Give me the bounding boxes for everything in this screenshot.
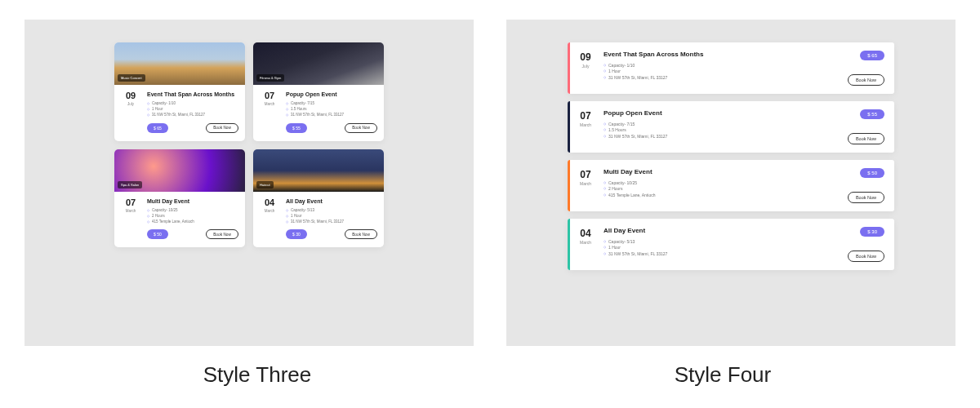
event-meta: ◇Capacity- 1/10 ◇1 Hour ◇31 NW 57th St, … bbox=[604, 63, 847, 82]
style-three-panel: Music Concert 09 July Event That Span Ac… bbox=[24, 20, 474, 346]
price-badge: $ 50 bbox=[860, 168, 884, 178]
event-card[interactable]: Music Concert 09 July Event That Span Ac… bbox=[114, 42, 245, 141]
category-tag: Spa & Salon bbox=[118, 181, 142, 188]
event-title: Event That Span Across Months bbox=[147, 91, 238, 98]
pin-icon: ◇ bbox=[604, 251, 606, 258]
book-now-button[interactable]: Book Now bbox=[206, 229, 238, 239]
date-month: March bbox=[580, 240, 591, 245]
date-day: 07 bbox=[260, 91, 279, 100]
category-tag: Music Concert bbox=[118, 74, 145, 82]
event-row[interactable]: 04 March All Day Event ◇Capacity- 5/13 ◇… bbox=[568, 219, 894, 270]
user-icon: ◇ bbox=[604, 63, 606, 69]
date-month: March bbox=[121, 209, 140, 213]
user-icon: ◇ bbox=[604, 239, 606, 246]
row-right: $ 30 Book Now bbox=[847, 227, 884, 262]
event-card[interactable]: Spa & Salon 07 March Multi Day Event ◇Ca… bbox=[114, 149, 245, 248]
date-month: March bbox=[580, 181, 591, 186]
pin-icon: ◇ bbox=[604, 134, 606, 140]
event-title: Multi Day Event bbox=[604, 168, 847, 176]
clock-icon: ◇ bbox=[604, 69, 606, 75]
date-day: 07 bbox=[121, 198, 140, 207]
row-info: All Day Event ◇Capacity- 5/13 ◇1 Hour ◇3… bbox=[604, 227, 847, 262]
event-card[interactable]: Fitness & Gym 07 March Popup Open Event … bbox=[253, 42, 384, 141]
event-meta: ◇Capacity- 5/13 ◇1 Hour ◇31 NW 57th St, … bbox=[286, 208, 377, 224]
event-meta: ◇Capacity- 7/15 ◇1.5 Hours ◇31 NW 57th S… bbox=[604, 122, 847, 140]
card-body: 04 March All Day Event ◇Capacity- 5/13 ◇… bbox=[253, 192, 384, 248]
date-block: 07 March bbox=[568, 168, 604, 203]
book-now-button[interactable]: Book Now bbox=[848, 133, 884, 144]
event-meta: ◇Capacity- 10/25 ◇2 Hours ◇415 Temple La… bbox=[147, 208, 238, 224]
date-day: 09 bbox=[121, 91, 140, 100]
page: Music Concert 09 July Event That Span Ac… bbox=[0, 0, 980, 354]
event-meta: ◇Capacity- 7/15 ◇1.5 Hours ◇31 NW 57th S… bbox=[286, 101, 377, 118]
price-badge: $ 65 bbox=[147, 123, 168, 133]
pin-icon: ◇ bbox=[604, 193, 606, 199]
clock-icon: ◇ bbox=[604, 186, 606, 193]
date-day: 07 bbox=[580, 111, 590, 121]
card-body: 09 July Event That Span Across Months ◇C… bbox=[114, 85, 245, 141]
book-now-button[interactable]: Book Now bbox=[848, 74, 884, 86]
pin-icon: ◇ bbox=[604, 75, 606, 82]
row-right: $ 65 Book Now bbox=[847, 51, 884, 86]
card-body: 07 March Popup Open Event ◇Capacity- 7/1… bbox=[253, 85, 384, 141]
card-info: Event That Span Across Months ◇Capacity-… bbox=[147, 91, 238, 133]
event-title: Popup Open Event bbox=[286, 91, 377, 98]
event-meta: ◇Capacity- 5/13 ◇1 Hour ◇31 NW 57th St, … bbox=[604, 239, 847, 258]
book-now-button[interactable]: Book Now bbox=[345, 229, 377, 239]
event-list: 09 July Event That Span Across Months ◇C… bbox=[568, 42, 894, 270]
category-tag: Haircut bbox=[256, 181, 274, 188]
user-icon: ◇ bbox=[604, 180, 606, 187]
date-day: 09 bbox=[580, 52, 590, 62]
event-title: Event That Span Across Months bbox=[604, 51, 847, 59]
user-icon: ◇ bbox=[147, 101, 149, 107]
event-meta: ◇Capacity- 1/10 ◇1 Hour ◇31 NW 57th St, … bbox=[147, 101, 238, 118]
user-icon: ◇ bbox=[286, 101, 288, 107]
pin-icon: ◇ bbox=[147, 220, 149, 225]
event-title: Multi Day Event bbox=[147, 198, 238, 205]
card-info: All Day Event ◇Capacity- 5/13 ◇1 Hour ◇3… bbox=[286, 198, 377, 240]
style-labels: Style Three Style Four bbox=[0, 354, 980, 388]
date-block: 07 March bbox=[121, 198, 140, 240]
date-month: July bbox=[582, 64, 590, 69]
card-image: Spa & Salon bbox=[114, 149, 245, 192]
clock-icon: ◇ bbox=[286, 107, 288, 113]
card-grid: Music Concert 09 July Event That Span Ac… bbox=[114, 42, 384, 247]
row-info: Multi Day Event ◇Capacity- 10/25 ◇2 Hour… bbox=[604, 168, 847, 203]
row-right: $ 50 Book Now bbox=[847, 168, 884, 203]
book-now-button[interactable]: Book Now bbox=[345, 123, 377, 133]
event-row[interactable]: 07 March Popup Open Event ◇Capacity- 7/1… bbox=[568, 101, 894, 153]
card-body: 07 March Multi Day Event ◇Capacity- 10/2… bbox=[114, 192, 245, 248]
label-style-four: Style Four bbox=[490, 362, 956, 388]
card-footer: $ 30 Book Now bbox=[286, 229, 377, 239]
price-badge: $ 50 bbox=[147, 229, 168, 239]
book-now-button[interactable]: Book Now bbox=[848, 192, 884, 203]
pin-icon: ◇ bbox=[286, 113, 288, 118]
event-row[interactable]: 09 July Event That Span Across Months ◇C… bbox=[568, 42, 894, 94]
user-icon: ◇ bbox=[147, 208, 149, 214]
date-block: 04 March bbox=[260, 198, 279, 240]
event-meta: ◇Capacity- 10/25 ◇2 Hours ◇415 Temple La… bbox=[604, 180, 847, 199]
label-style-three: Style Three bbox=[24, 362, 490, 388]
date-block: 09 July bbox=[568, 51, 604, 86]
clock-icon: ◇ bbox=[147, 107, 149, 113]
card-footer: $ 65 Book Now bbox=[147, 123, 238, 133]
date-block: 07 March bbox=[568, 109, 604, 144]
date-block: 04 March bbox=[568, 227, 604, 262]
row-info: Popup Open Event ◇Capacity- 7/15 ◇1.5 Ho… bbox=[604, 109, 847, 144]
event-title: All Day Event bbox=[604, 227, 847, 235]
user-icon: ◇ bbox=[604, 122, 606, 128]
price-badge: $ 30 bbox=[860, 227, 884, 237]
clock-icon: ◇ bbox=[604, 127, 606, 134]
event-row[interactable]: 07 March Multi Day Event ◇Capacity- 10/2… bbox=[568, 160, 894, 211]
price-badge: $ 55 bbox=[286, 123, 307, 133]
card-footer: $ 55 Book Now bbox=[286, 123, 377, 133]
user-icon: ◇ bbox=[286, 208, 288, 214]
price-badge: $ 55 bbox=[860, 109, 884, 119]
date-day: 07 bbox=[580, 170, 590, 180]
clock-icon: ◇ bbox=[604, 245, 606, 251]
event-card[interactable]: Haircut 04 March All Day Event ◇Capacity… bbox=[253, 149, 384, 248]
book-now-button[interactable]: Book Now bbox=[206, 123, 238, 133]
book-now-button[interactable]: Book Now bbox=[848, 251, 884, 262]
date-month: March bbox=[580, 122, 591, 127]
clock-icon: ◇ bbox=[286, 214, 288, 220]
